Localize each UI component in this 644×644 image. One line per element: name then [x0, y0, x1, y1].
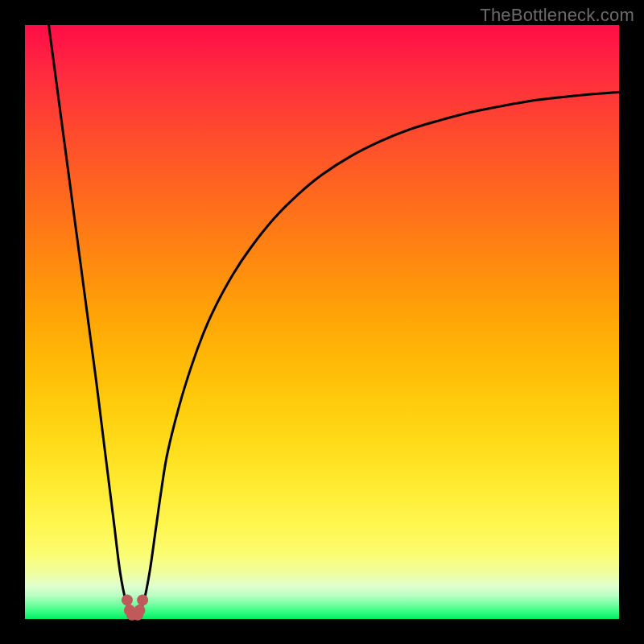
curve-layer [25, 25, 619, 619]
data-marker [137, 594, 148, 605]
outer-frame: TheBottleneck.com [0, 0, 644, 644]
data-marker [132, 609, 143, 621]
marker-group [122, 594, 148, 620]
plot-area [25, 25, 619, 619]
watermark-text: TheBottleneck.com [480, 5, 634, 26]
bottleneck-curve [49, 25, 619, 615]
data-marker [122, 594, 133, 605]
